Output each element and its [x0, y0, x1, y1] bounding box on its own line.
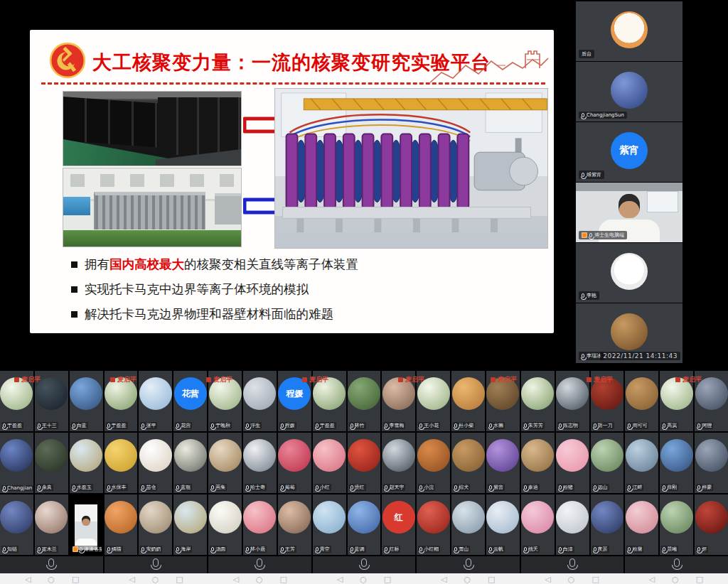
participant-tile[interactable]: 王小花: [417, 371, 450, 431]
back-button[interactable]: ◁: [129, 575, 134, 583]
participant-tile[interactable]: 桃夭: [521, 494, 555, 555]
participant-tile[interactable]: 胡一刀: [591, 371, 624, 431]
participant-tile[interactable]: 画集: [208, 433, 242, 493]
sidebar-speaker-tile[interactable]: 博士生电脑端: [576, 183, 682, 242]
participant-tile[interactable]: 汤圆: [208, 494, 242, 555]
participant-tile[interactable]: 水獭: [486, 371, 520, 431]
sidebar-participant-tile[interactable]: ChangjiangSun: [576, 62, 682, 121]
audio-participant-tile[interactable]: [0, 556, 103, 573]
audio-participant-tile[interactable]: [208, 556, 311, 573]
participant-tile[interactable]: 粉猪: [556, 433, 589, 493]
participant-tile[interactable]: 蓝瓶: [173, 433, 207, 493]
participant-tile[interactable]: 阿狸: [695, 371, 728, 431]
participant-tile[interactable]: 红红标: [382, 494, 415, 555]
participant-tile[interactable]: 棕犬: [451, 433, 485, 493]
audio-participant-tile[interactable]: [521, 556, 624, 573]
participant-tile[interactable]: 雪山: [451, 494, 485, 555]
participant-tile[interactable]: 高岚: [660, 371, 693, 431]
participant-tile[interactable]: 王十三: [35, 371, 68, 431]
recents-button[interactable]: □: [592, 575, 599, 583]
participant-tile[interactable]: 愤红: [348, 433, 381, 493]
home-button[interactable]: ○: [568, 575, 575, 583]
participant-tile[interactable]: ChangjiangSun: [0, 433, 33, 493]
participant-tile[interactable]: 江畔: [625, 433, 658, 493]
participant-tile[interactable]: 赵天宇: [382, 433, 415, 493]
participant-tile[interactable]: 杜小柴: [451, 371, 485, 431]
participant-tile[interactable]: 水盈玉: [70, 433, 103, 493]
participant-tile[interactable]: 于晚秋: [208, 371, 242, 431]
participant-name: 高岚: [667, 422, 677, 429]
recents-button[interactable]: □: [280, 575, 287, 583]
audio-participant-tile[interactable]: [625, 556, 728, 573]
participant-tile[interactable]: 海岸: [173, 494, 207, 555]
participant-tile[interactable]: 莓莓: [278, 433, 311, 493]
sidebar-participant-tile[interactable]: 紫宵 维紫宵: [576, 122, 682, 182]
participant-tile[interactable]: 白泽: [556, 494, 589, 555]
participant-tile[interactable]: 于盈盈: [105, 371, 138, 431]
participant-tile[interactable]: 知链: [0, 494, 33, 555]
back-button[interactable]: ◁: [649, 575, 655, 583]
nav-group: ◁○□: [312, 573, 416, 584]
home-button[interactable]: ○: [464, 575, 471, 583]
audio-participant-tile[interactable]: [417, 556, 520, 573]
participant-tile[interactable]: 青空: [313, 494, 346, 555]
mic-icon: [454, 485, 457, 490]
audio-participant-tile[interactable]: [105, 556, 208, 573]
recents-button[interactable]: □: [384, 575, 391, 583]
recents-button[interactable]: □: [72, 575, 79, 583]
home-button[interactable]: ○: [672, 575, 679, 583]
participant-tile[interactable]: 花营花营: [173, 371, 207, 431]
home-button[interactable]: ○: [360, 575, 367, 583]
participant-tile[interactable]: 余真: [35, 433, 68, 493]
participant-tile[interactable]: 于盈盈: [313, 371, 346, 431]
participant-tile[interactable]: 浮生: [243, 371, 277, 431]
participant-tile[interactable]: 烬: [695, 494, 728, 555]
participant-tile[interactable]: 朱芳芳: [521, 371, 555, 431]
participant-tile[interactable]: 程媛程媛: [278, 371, 311, 431]
participant-tile[interactable]: 水保丰: [105, 433, 138, 493]
participant-tile[interactable]: 晨曦: [660, 494, 693, 555]
sidebar-participant-tile[interactable]: 李艳: [576, 243, 682, 303]
participant-tile[interactable]: 谦谦各至一: [70, 494, 103, 555]
home-button[interactable]: ○: [48, 575, 55, 583]
back-button[interactable]: ◁: [441, 575, 446, 583]
participant-tile[interactable]: 橘猫: [105, 494, 138, 555]
participant-tile[interactable]: 于盈盈: [0, 371, 33, 431]
participant-tile[interactable]: 小红帽: [417, 494, 450, 555]
sidebar-participant-tile[interactable]: 李瑞冰 2022/11/21 14:11:43: [576, 303, 682, 363]
participant-tile[interactable]: 白蓝: [70, 371, 103, 431]
participant-tile[interactable]: 云帆: [486, 494, 520, 555]
participant-tile[interactable]: 泰迪: [521, 433, 555, 493]
participant-tile[interactable]: 哈士奇: [243, 433, 277, 493]
recents-button[interactable]: □: [176, 575, 183, 583]
sidebar-participant-tile[interactable]: 后台: [576, 1, 682, 61]
back-button[interactable]: ◁: [337, 575, 343, 583]
home-button[interactable]: ○: [152, 575, 159, 583]
home-button[interactable]: ○: [256, 575, 263, 583]
participant-tile[interactable]: 周可可: [625, 371, 658, 431]
back-button[interactable]: ◁: [25, 575, 31, 583]
participant-tile[interactable]: 梓豪: [695, 433, 728, 493]
participant-tile[interactable]: 薛刚: [660, 433, 693, 493]
audio-participant-tile[interactable]: [313, 556, 416, 573]
recents-button[interactable]: □: [488, 575, 495, 583]
participant-tile[interactable]: 张平: [139, 371, 172, 431]
participant-tile[interactable]: 小红: [313, 433, 346, 493]
participant-tile[interactable]: 安奶奶: [139, 494, 172, 555]
participant-tile[interactable]: 小浣: [417, 433, 450, 493]
back-button[interactable]: ◁: [232, 575, 238, 583]
participant-tile[interactable]: 夜景: [591, 494, 624, 555]
participant-tile[interactable]: 苗仓: [139, 433, 172, 493]
participant-tile[interactable]: 远山: [591, 433, 624, 493]
participant-tile[interactable]: 林小鹿: [243, 494, 277, 555]
participant-tile[interactable]: 粉黛: [625, 494, 658, 555]
participant-tile[interactable]: 王芳: [278, 494, 311, 555]
participant-tile[interactable]: 蓝调: [348, 494, 381, 555]
participant-tile[interactable]: 李雪梅: [382, 371, 415, 431]
participant-tile[interactable]: 陈志明: [556, 371, 589, 431]
recents-button[interactable]: □: [696, 575, 703, 583]
participant-tile[interactable]: 紫音: [486, 433, 520, 493]
participant-tile[interactable]: 林竹: [348, 371, 381, 431]
participant-tile[interactable]: 霍木兰: [35, 494, 68, 555]
back-button[interactable]: ◁: [545, 575, 550, 583]
